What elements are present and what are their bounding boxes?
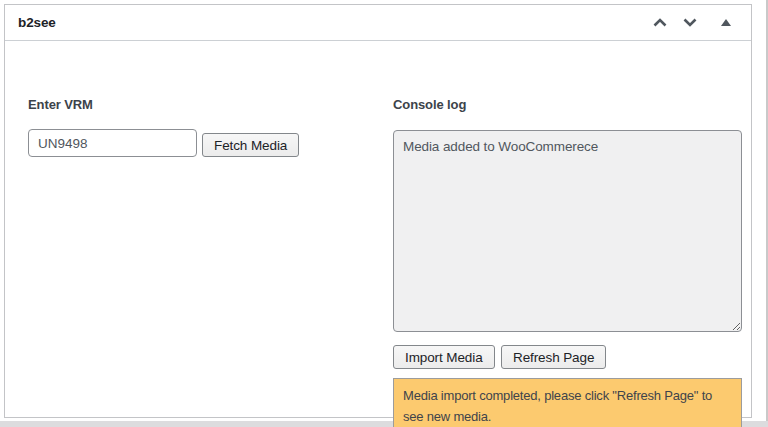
refresh-page-button[interactable]: Refresh Page [501, 345, 606, 369]
metabox-body: Enter VRM Fetch Media Console log Media … [5, 41, 751, 418]
chevron-up-icon [653, 18, 667, 27]
console-log-label: Console log [393, 97, 466, 112]
triangle-up-icon [721, 19, 731, 26]
import-media-button[interactable]: Import Media [393, 345, 495, 369]
metabox-title: b2see [18, 15, 56, 30]
move-up-button[interactable] [647, 10, 673, 36]
fetch-media-button[interactable]: Fetch Media [202, 133, 299, 157]
vrm-input[interactable] [28, 129, 197, 157]
chevron-down-icon [683, 18, 697, 27]
b2see-metabox: b2see Enter VRM Fetch Media Console log … [4, 4, 752, 418]
console-log-textarea[interactable]: Media added to WooCommerece [393, 130, 742, 332]
import-complete-notice: Media import completed, please click "Re… [393, 378, 742, 427]
metabox-handle-actions [647, 10, 739, 36]
move-down-button[interactable] [677, 10, 703, 36]
enter-vrm-label: Enter VRM [28, 97, 93, 112]
toggle-panel-button[interactable] [713, 10, 739, 36]
metabox-header: b2see [5, 5, 751, 41]
